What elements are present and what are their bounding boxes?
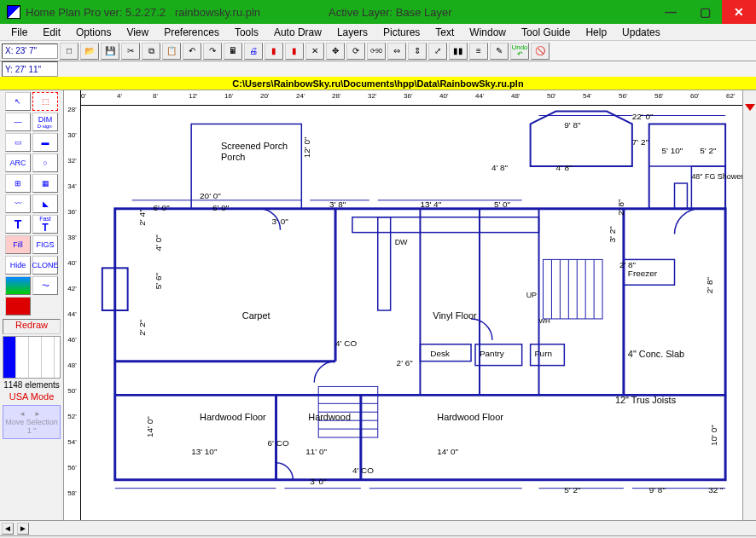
flip-h-icon[interactable]: ⇔ — [387, 43, 406, 60]
pointer-tool[interactable]: ↖ — [5, 92, 31, 111]
copy-icon[interactable]: ⧉ — [142, 43, 160, 60]
rotate-icon[interactable]: ⟳ — [346, 43, 365, 60]
curve-tool[interactable]: 〰 — [5, 194, 31, 213]
svg-text:3' 0": 3' 0" — [272, 217, 289, 226]
svg-text:12' 0": 12' 0" — [302, 136, 311, 158]
vertical-ruler: 28'30'32'34'36'38'40'42'44'46'48'50'52'5… — [64, 90, 81, 520]
svg-text:2' 6": 2' 6" — [397, 358, 414, 367]
freehand-tool[interactable]: 〜 — [32, 276, 58, 295]
menu-text[interactable]: Text — [427, 26, 462, 38]
circle-tool[interactable]: ○ — [32, 153, 58, 172]
svg-text:5' 2": 5' 2" — [564, 485, 581, 495]
prohibit-icon[interactable]: 🚫 — [531, 43, 550, 60]
undo-icon[interactable]: ↶ — [183, 43, 201, 60]
save-icon[interactable]: 💾 — [101, 43, 119, 60]
open-icon[interactable]: 📂 — [80, 43, 99, 60]
rotate90-icon[interactable]: ⟳90 — [367, 43, 386, 60]
usa-mode[interactable]: USA Mode — [9, 391, 55, 402]
redo-icon[interactable]: ↷ — [203, 43, 222, 60]
paste-icon[interactable]: 📋 — [162, 43, 181, 60]
svg-text:Freezer: Freezer — [628, 269, 658, 278]
svg-text:6' 0": 6' 0" — [212, 203, 230, 212]
undo-label-icon[interactable]: Undo↶ — [510, 43, 529, 60]
svg-text:4' CO: 4' CO — [335, 338, 357, 348]
fill-tool[interactable]: Fill — [5, 235, 31, 254]
svg-text:WH: WH — [539, 317, 550, 325]
cut-icon[interactable]: ✂ — [121, 43, 140, 60]
menu-pictures[interactable]: Pictures — [375, 26, 427, 38]
scissor-icon[interactable]: ✕ — [305, 43, 324, 60]
svg-text:3' 8": 3' 8" — [329, 200, 346, 209]
new-icon[interactable]: □ — [60, 43, 79, 60]
window-tool[interactable]: ⊞ — [5, 174, 31, 193]
svg-text:20' 0": 20' 0" — [200, 191, 221, 200]
menu-preferences[interactable]: Preferences — [156, 26, 227, 38]
color-grid[interactable] — [3, 336, 61, 379]
rect-red-icon[interactable]: ▮ — [265, 43, 283, 60]
svg-rect-5 — [675, 183, 688, 209]
flip-v-icon[interactable]: ⇕ — [408, 43, 427, 60]
svg-text:Pantry: Pantry — [480, 349, 504, 358]
coord-y: Y: 27' 11" — [2, 61, 58, 77]
redraw-button[interactable]: Redraw — [3, 319, 61, 334]
svg-text:14' 0": 14' 0" — [145, 416, 154, 437]
hide-tool[interactable]: Hide — [5, 256, 31, 275]
svg-text:Hardwood Floor: Hardwood Floor — [200, 412, 266, 422]
canvas-area[interactable]: 0'4'8'12'16'20'24'28'32'36'40'44'48'50'5… — [81, 90, 742, 520]
door-icon[interactable]: ▮ — [285, 43, 304, 60]
svg-text:4' 8": 4' 8" — [491, 163, 509, 172]
pen-icon[interactable]: ✎ — [490, 43, 509, 60]
active-layer[interactable]: Active Layer: Base Layer — [329, 6, 452, 19]
scroll-left-icon[interactable]: ◄ — [2, 523, 14, 535]
dim-tool[interactable]: DIMD·sign· — [32, 113, 58, 131]
arc-tool[interactable]: ARC — [5, 153, 31, 172]
close-button[interactable]: ✕ — [722, 0, 756, 24]
maximize-button[interactable]: ▢ — [688, 0, 722, 24]
minimize-button[interactable]: — — [654, 0, 688, 24]
floorplan-canvas[interactable]: Screened Porch Porch Carpet Vinyl Floor … — [81, 106, 742, 520]
figs-tool[interactable]: FIGS — [32, 235, 58, 254]
svg-text:32 ": 32 " — [708, 485, 724, 495]
move-selection[interactable]: ◄ ► Move Selection 1 " — [3, 405, 61, 439]
line-tool[interactable]: — — [5, 113, 31, 131]
svg-text:4' 0": 4' 0" — [154, 234, 163, 252]
scroll-right-icon[interactable]: ► — [17, 523, 29, 535]
svg-text:4' CO: 4' CO — [352, 466, 374, 475]
image-tool[interactable] — [5, 276, 31, 295]
grid-tool[interactable]: ▦ — [32, 174, 58, 193]
text-tool[interactable]: T — [5, 215, 31, 234]
clone-tool[interactable]: CLONE — [32, 256, 58, 275]
menu-toolguide[interactable]: Tool Guide — [514, 26, 578, 38]
palette-icon[interactable]: ▮▮ — [449, 43, 468, 60]
vertical-scrollbar[interactable] — [742, 90, 756, 520]
menu-window[interactable]: Window — [462, 26, 514, 38]
main-toolbar: X: 23' 7" □ 📂 💾 ✂ ⧉ 📋 ↶ ↷ 🖩 🖨 ▮ ▮ ✕ ✥ ⟳ … — [0, 41, 756, 61]
print-icon[interactable]: 🖨 — [244, 43, 263, 60]
menu-help[interactable]: Help — [578, 26, 614, 38]
menu-view[interactable]: View — [119, 26, 156, 38]
menu-autodraw[interactable]: Auto Draw — [266, 26, 329, 38]
calc-icon[interactable]: 🖩 — [224, 43, 242, 60]
menu-layers[interactable]: Layers — [329, 26, 375, 38]
move-icon[interactable]: ✥ — [326, 43, 345, 60]
svg-text:Screened Porch: Screened Porch — [221, 141, 288, 151]
linestyle-icon[interactable]: ≡ — [469, 43, 488, 60]
menu-updates[interactable]: Updates — [614, 26, 668, 38]
select-tool[interactable]: ⬚ — [32, 92, 58, 111]
angle-tool[interactable]: ◣ — [32, 194, 58, 213]
coord-x: X: 23' 7" — [2, 43, 58, 59]
menubar: File Edit Options View Preferences Tools… — [0, 24, 756, 41]
wall-tool[interactable]: ▬ — [32, 133, 58, 152]
scale-icon[interactable]: ⤢ — [428, 43, 447, 60]
menu-edit[interactable]: Edit — [35, 26, 68, 38]
rect-tool[interactable]: ▭ — [5, 133, 31, 152]
svg-text:Hardwood Floor: Hardwood Floor — [437, 412, 503, 422]
svg-text:4" Conc. Slab: 4" Conc. Slab — [628, 349, 684, 359]
titlebar: Home Plan Pro ver: 5.2.27.2 rainbowsky.r… — [0, 0, 756, 24]
menu-tools[interactable]: Tools — [227, 26, 266, 38]
menu-options[interactable]: Options — [68, 26, 119, 38]
block-tool[interactable] — [5, 297, 31, 315]
horizontal-scrollbar[interactable]: ◄ ► — [0, 520, 756, 535]
menu-file[interactable]: File — [3, 26, 35, 38]
fast-text-tool[interactable]: FastT — [32, 215, 58, 234]
